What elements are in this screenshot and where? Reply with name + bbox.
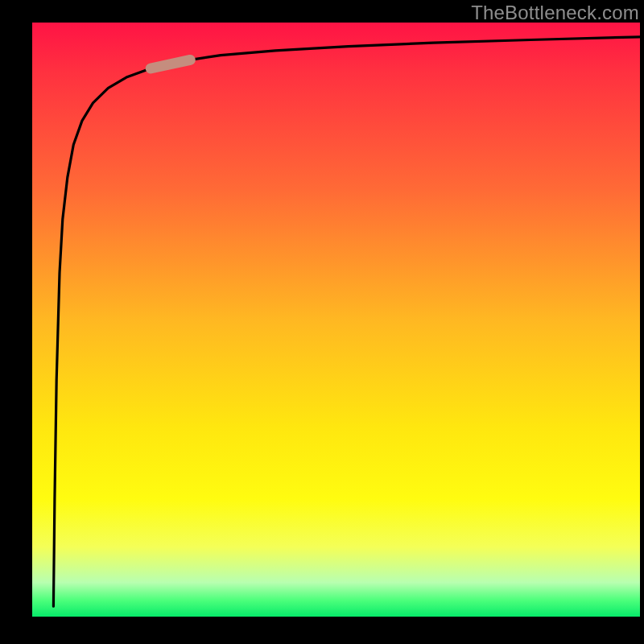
x-axis <box>32 617 640 618</box>
chart-container: TheBottleneck.com <box>0 0 644 644</box>
curve-line <box>53 37 640 606</box>
curve-layer <box>32 23 640 618</box>
plot-area <box>32 23 640 618</box>
watermark-text: TheBottleneck.com <box>471 2 639 24</box>
y-axis <box>31 23 32 618</box>
curve-marker <box>151 60 190 68</box>
